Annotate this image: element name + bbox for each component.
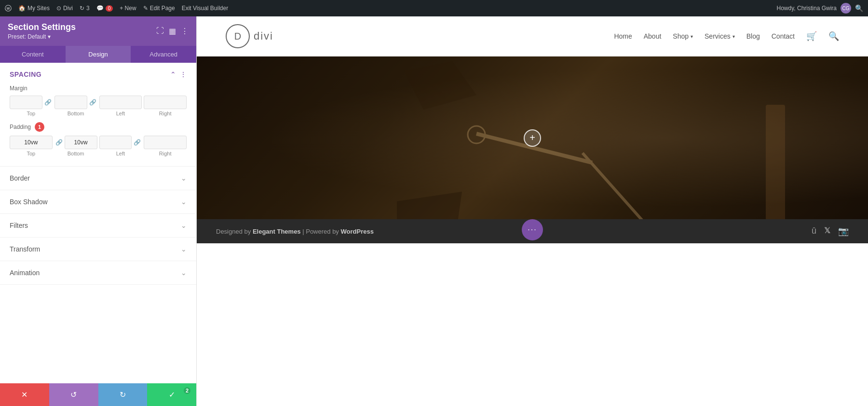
filters-header[interactable]: Filters ⌄ bbox=[0, 214, 196, 237]
padding-bottom-input[interactable] bbox=[65, 136, 97, 149]
divi-icon: ⊙ bbox=[56, 5, 61, 12]
tab-content[interactable]: Content bbox=[0, 46, 66, 63]
user-label: Howdy, Christina Gwira bbox=[777, 5, 837, 12]
wordpress-icon: W bbox=[5, 5, 12, 12]
transform-section: Transform ⌄ bbox=[0, 238, 196, 261]
site-search-icon[interactable]: 🔍 bbox=[828, 31, 839, 42]
margin-right-group: Right bbox=[144, 96, 187, 116]
animation-chevron-icon: ⌄ bbox=[181, 269, 187, 277]
svg-text:W: W bbox=[7, 7, 10, 10]
edit-page-item[interactable]: ✎ Edit Page bbox=[143, 5, 175, 12]
nav-about[interactable]: About bbox=[644, 32, 662, 40]
logo-text: divi bbox=[254, 30, 273, 42]
hero-add-button[interactable]: + bbox=[524, 129, 541, 147]
box-shadow-title: Box Shadow bbox=[10, 198, 48, 206]
tab-design[interactable]: Design bbox=[66, 46, 131, 63]
padding-left-group: 🔗 Left bbox=[99, 136, 142, 156]
panel-header-icons: ⛶ ▦ ⋮ bbox=[156, 27, 189, 36]
site-nav: Home About Shop Services Blog Contact 🛒 … bbox=[614, 31, 839, 42]
box-shadow-section: Box Shadow ⌄ bbox=[0, 190, 196, 214]
redo-button[interactable]: ↻ bbox=[98, 383, 148, 406]
spacing-more-icon[interactable]: ⋮ bbox=[180, 70, 187, 78]
padding-link-icon[interactable]: 🔗 bbox=[54, 139, 64, 146]
panel-preset[interactable]: Preset: Default ▾ bbox=[8, 33, 76, 40]
comment-icon: 💬 bbox=[96, 5, 104, 12]
nav-home[interactable]: Home bbox=[614, 32, 632, 40]
spacing-title: Spacing bbox=[10, 70, 41, 78]
padding-left-link-icon[interactable]: 🔗 bbox=[133, 139, 142, 146]
padding-left-label: Left bbox=[116, 151, 125, 156]
padding-left-input[interactable] bbox=[99, 136, 132, 149]
transform-chevron-icon: ⌄ bbox=[181, 245, 187, 253]
comments-count-item[interactable]: ↻ 3 bbox=[80, 5, 90, 12]
my-sites-item[interactable]: 🏠 My Sites bbox=[18, 5, 50, 12]
margin-top-link-icon[interactable]: 🔗 bbox=[43, 99, 53, 106]
twitter-icon[interactable]: 𝕏 bbox=[824, 226, 830, 237]
margin-top-input[interactable] bbox=[10, 96, 42, 109]
main-layout: Section Settings Preset: Default ▾ ⛶ ▦ ⋮… bbox=[0, 16, 868, 406]
padding-right-label: Right bbox=[159, 151, 172, 156]
margin-left-label: Left bbox=[116, 111, 125, 116]
instagram-icon[interactable]: 📷 bbox=[838, 226, 849, 237]
padding-bottom-label: Bottom bbox=[68, 151, 84, 156]
comments-item[interactable]: 💬 0 bbox=[96, 5, 113, 12]
margin-right-label: Right bbox=[159, 111, 172, 116]
padding-top-input[interactable] bbox=[10, 136, 53, 149]
padding-inputs: Top 🔗 Bottom 🔗 Left bbox=[10, 136, 187, 156]
facebook-icon[interactable]: û bbox=[812, 226, 816, 237]
box-shadow-header[interactable]: Box Shadow ⌄ bbox=[0, 190, 196, 213]
transform-header[interactable]: Transform ⌄ bbox=[0, 238, 196, 261]
animation-title: Animation bbox=[10, 269, 40, 277]
margin-bottom-group: 🔗 Bottom bbox=[54, 96, 97, 116]
panel-header: Section Settings Preset: Default ▾ ⛶ ▦ ⋮ bbox=[0, 16, 196, 46]
undo-button[interactable]: ↺ bbox=[49, 383, 98, 406]
panel-tabs: Content Design Advanced bbox=[0, 46, 196, 63]
border-section: Border ⌄ bbox=[0, 167, 196, 190]
section-settings-panel: Section Settings Preset: Default ▾ ⛶ ▦ ⋮… bbox=[0, 16, 197, 406]
margin-left-group: Left bbox=[99, 96, 142, 116]
padding-top-label: Top bbox=[27, 151, 36, 156]
site-header: D divi Home About Shop Services Blog Con… bbox=[197, 16, 868, 56]
exit-builder-item[interactable]: Exit Visual Builder bbox=[182, 5, 229, 12]
wordpress-logo-item[interactable]: W bbox=[5, 5, 12, 12]
nav-services[interactable]: Services bbox=[705, 32, 735, 40]
footer-social-icons: û 𝕏 📷 bbox=[812, 226, 849, 237]
padding-bottom-group: 🔗 Bottom bbox=[54, 136, 97, 156]
margin-inputs: 🔗 Top 🔗 Bottom bbox=[10, 96, 187, 116]
margin-right-input[interactable] bbox=[144, 96, 187, 109]
padding-right-input[interactable] bbox=[144, 136, 187, 149]
border-header[interactable]: Border ⌄ bbox=[0, 167, 196, 190]
padding-badge: 1 bbox=[35, 122, 44, 132]
spacing-section-icons: ⌃ ⋮ bbox=[170, 70, 187, 78]
cart-icon[interactable]: 🛒 bbox=[806, 31, 817, 42]
margin-bottom-input[interactable] bbox=[54, 96, 87, 109]
admin-search-icon[interactable]: 🔍 bbox=[855, 4, 863, 12]
logo-letter: D bbox=[234, 31, 241, 42]
animation-header[interactable]: Animation ⌄ bbox=[0, 261, 196, 284]
more-options-icon[interactable]: ⋮ bbox=[181, 27, 189, 36]
columns-icon[interactable]: ▦ bbox=[169, 27, 176, 36]
margin-bottom-link-icon[interactable]: 🔗 bbox=[88, 99, 97, 106]
site-name-item[interactable]: ⊙ Divi bbox=[56, 5, 73, 12]
cancel-button[interactable]: ✕ bbox=[0, 383, 49, 406]
below-hero-area: ··· bbox=[197, 243, 868, 406]
margin-bottom-label: Bottom bbox=[68, 111, 84, 116]
spacing-collapse-icon[interactable]: ⌃ bbox=[170, 70, 176, 78]
tab-advanced[interactable]: Advanced bbox=[131, 46, 196, 63]
save-button[interactable]: ✓ 2 bbox=[147, 383, 196, 406]
nav-blog[interactable]: Blog bbox=[746, 32, 760, 40]
filters-section: Filters ⌄ bbox=[0, 214, 196, 238]
nav-shop[interactable]: Shop bbox=[673, 32, 693, 40]
refresh-icon: ↻ bbox=[80, 5, 84, 12]
fullscreen-icon[interactable]: ⛶ bbox=[156, 27, 164, 36]
more-options-button[interactable]: ··· bbox=[522, 219, 543, 240]
margin-top-label: Top bbox=[27, 111, 36, 116]
padding-right-group: Right bbox=[144, 136, 187, 156]
right-content: D divi Home About Shop Services Blog Con… bbox=[197, 16, 868, 406]
margin-left-input[interactable] bbox=[99, 96, 142, 109]
new-item[interactable]: + New bbox=[120, 5, 136, 12]
nav-contact[interactable]: Contact bbox=[772, 32, 795, 40]
filters-title: Filters bbox=[10, 222, 28, 229]
filters-chevron-icon: ⌄ bbox=[181, 222, 187, 229]
svg-marker-2 bbox=[404, 61, 476, 110]
